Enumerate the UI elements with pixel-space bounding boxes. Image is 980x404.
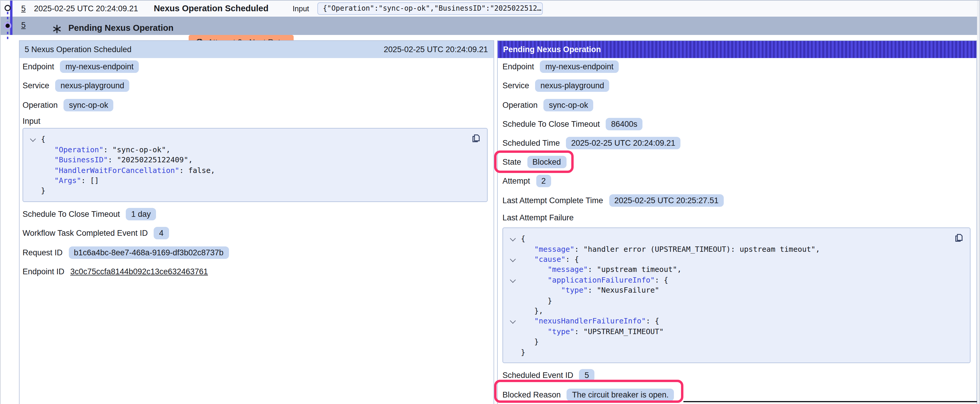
json-text: : "sync-op-ok",	[103, 145, 170, 154]
field-row-blocked-reason: Blocked ReasonThe circuit breaker is ope…	[503, 387, 971, 402]
field-row-operation: Operationsync-op-ok	[22, 98, 488, 112]
field-row-endpoint: Endpointmy-nexus-endpoint	[503, 60, 971, 74]
json-text: }	[521, 347, 525, 356]
field-label: Endpoint ID	[22, 267, 64, 276]
json-text: : "UPSTREAM_TIMEOUT"	[574, 327, 664, 336]
chevron-down-icon[interactable]	[30, 136, 36, 142]
chevron-down-icon[interactable]	[510, 318, 516, 324]
json-text	[521, 265, 547, 274]
asterisk-icon	[52, 24, 62, 34]
event-id-link[interactable]: 5	[21, 4, 25, 13]
field-label: Operation	[22, 100, 58, 109]
pending-panel-body: Endpointmy-nexus-endpointServicenexus-pl…	[498, 58, 976, 402]
field-label: Endpoint	[503, 62, 534, 71]
json-text: {	[521, 234, 525, 243]
json-text: : {	[566, 255, 579, 264]
input-section-label: Input	[22, 117, 488, 128]
code-line: "applicationFailureInfo": {	[521, 274, 961, 285]
field-row-service: Servicenexus-playground	[503, 79, 971, 93]
failure-json-block: { "message": "handler error (UPSTREAM_TI…	[503, 228, 970, 363]
field-label: Request ID	[22, 248, 63, 257]
field-label: Endpoint	[22, 62, 54, 71]
field-row-endpoint: Endpointmy-nexus-endpoint	[22, 60, 488, 74]
json-text: : "upstream timeout",	[588, 265, 682, 274]
json-text: }	[41, 186, 45, 195]
pending-fields-top: Endpointmy-nexus-endpointServicenexus-pl…	[503, 60, 971, 208]
event-detail-panel: 5 Nexus Operation Scheduled 2025-02-25 U…	[19, 40, 494, 404]
field-value-badge: The circuit breaker is open.	[567, 388, 674, 401]
timeline	[0, 0, 17, 48]
code-line: "type": "UPSTREAM_TIMEOUT"	[521, 326, 961, 337]
event-input-label: Input	[293, 5, 309, 13]
field-row-workflow-task-completed-event-id: Workflow Task Completed Event ID4	[22, 226, 488, 241]
failure-section-label: Last Attempt Failure	[503, 213, 971, 224]
field-row-service: Servicenexus-playground	[22, 79, 488, 93]
chevron-down-icon[interactable]	[510, 256, 516, 262]
pending-title: Pending Nexus Operation	[68, 23, 173, 32]
field-value-link[interactable]: 3c0c75ccfa8144b092c13ce632463761	[70, 267, 208, 276]
event-title: Nexus Operation Scheduled	[154, 3, 269, 13]
json-key: "Operation"	[54, 145, 103, 154]
chevron-down-icon[interactable]	[510, 277, 516, 283]
json-text	[521, 327, 547, 336]
field-label: Last Attempt Complete Time	[503, 196, 603, 205]
code-line: "Operation": "sync-op-ok",	[41, 144, 479, 155]
field-label: Schedule To Close Timeout	[503, 120, 600, 128]
field-value-badge: 2025-02-25 UTC 20:24:09.21	[566, 137, 681, 149]
json-text: }	[521, 296, 552, 305]
field-label: Workflow Task Completed Event ID	[22, 229, 148, 238]
filled-dot-icon	[5, 23, 11, 29]
page-left-border	[0, 0, 1, 404]
history-row-pending[interactable]: 5 Pending Nexus Operation Attempt 2 · Ne…	[1, 16, 977, 35]
field-row-attempt: Attempt2	[503, 174, 971, 189]
code-line: {	[521, 233, 961, 244]
json-key: "type"	[547, 327, 574, 336]
event-history-page: 5 2025-02-25 UTC 20:24:09.21 Nexus Opera…	[0, 0, 980, 404]
event-fields-bottom: Schedule To Close Timeout1 dayWorkflow T…	[22, 208, 488, 279]
code-line: {	[41, 134, 479, 144]
field-value-badge: sync-op-ok	[64, 99, 114, 111]
field-label: Service	[503, 81, 529, 90]
code-line: "HandlerWaitForCancellation": false,	[41, 165, 479, 175]
pending-id-link[interactable]: 5	[21, 21, 25, 29]
code-line: }	[41, 186, 479, 196]
json-text: : "NexusFailure"	[588, 285, 659, 295]
event-input-preview-chip[interactable]: {"Operation":"sync-op-ok","BusinessID":"…	[317, 2, 543, 14]
field-label: State	[503, 158, 521, 166]
field-value-badge: 86400s	[606, 118, 643, 130]
field-value-badge: sync-op-ok	[544, 99, 593, 111]
json-text	[41, 155, 54, 164]
json-text: {	[41, 135, 45, 144]
event-fields-top: Endpointmy-nexus-endpointServicenexus-pl…	[22, 60, 488, 112]
json-text	[521, 285, 561, 295]
field-value-badge: my-nexus-endpoint	[60, 61, 139, 73]
field-value-badge: nexus-playground	[535, 80, 609, 92]
chevron-down-icon[interactable]	[510, 236, 516, 241]
pending-operation-panel: Pending Nexus Operation Endpointmy-nexus…	[497, 40, 977, 404]
code-line: "nexusHandlerFailureInfo": {	[521, 316, 961, 326]
json-text	[41, 166, 54, 174]
screen: 5 2025-02-25 UTC 20:24:09.21 Nexus Opera…	[0, 0, 980, 404]
json-text: : {	[655, 275, 668, 284]
field-value-badge: my-nexus-endpoint	[540, 61, 619, 73]
field-label: Service	[22, 81, 49, 90]
field-value-badge: 4	[154, 227, 169, 239]
field-label: Scheduled Event ID	[503, 371, 573, 380]
json-text	[521, 275, 547, 284]
json-key: "type"	[561, 285, 588, 295]
field-label: Operation	[503, 100, 538, 109]
pending-panel-header: Pending Nexus Operation	[498, 41, 976, 58]
field-value-badge: 2025-02-25 UTC 20:25:27.51	[609, 194, 724, 206]
field-row-scheduled-time: Scheduled Time2025-02-25 UTC 20:24:09.21	[503, 136, 971, 150]
code-line: }	[521, 295, 961, 306]
json-key: "HandlerWaitForCancellation"	[54, 166, 179, 174]
json-text	[521, 255, 534, 264]
history-row-event[interactable]: 5 2025-02-25 UTC 20:24:09.21 Nexus Opera…	[1, 1, 977, 16]
field-label: Attempt	[503, 177, 530, 186]
json-text: }	[521, 337, 539, 346]
event-detail-body: Endpointmy-nexus-endpointServicenexus-pl…	[19, 58, 493, 279]
event-detail-timestamp: 2025-02-25 UTC 20:24:09.21	[384, 45, 488, 54]
field-value-badge: nexus-playground	[55, 80, 130, 92]
json-text: : []	[81, 176, 99, 185]
field-row-schedule-to-close-timeout: Schedule To Close Timeout1 day	[22, 208, 488, 222]
